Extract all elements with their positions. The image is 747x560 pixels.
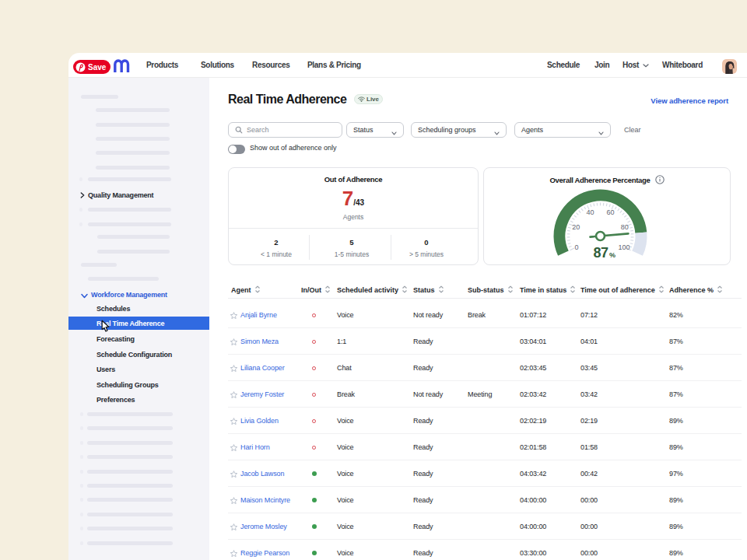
svg-text:0: 0 — [575, 243, 579, 251]
svg-text:%: % — [609, 251, 615, 259]
svg-text:20: 20 — [572, 223, 580, 231]
svg-text:60: 60 — [607, 208, 615, 216]
svg-text:87: 87 — [593, 245, 608, 261]
svg-text:100: 100 — [618, 243, 630, 251]
svg-text:80: 80 — [621, 223, 629, 231]
svg-text:40: 40 — [586, 208, 594, 216]
